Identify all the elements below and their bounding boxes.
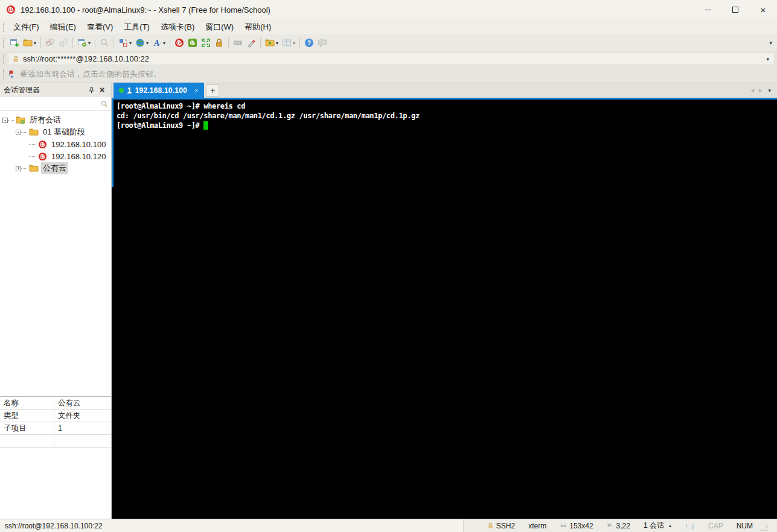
- font-button[interactable]: A ▾: [150, 36, 167, 50]
- xshell-session-icon: [38, 152, 47, 161]
- tile-windows-icon: [282, 38, 292, 48]
- scroll-down-button[interactable]: ↓: [691, 521, 695, 530]
- scroll-up-button[interactable]: ↑: [685, 521, 689, 530]
- globe-icon: [135, 38, 145, 48]
- new-session-button[interactable]: [8, 36, 21, 50]
- help-button[interactable]: ?: [302, 36, 316, 50]
- lock-screen-button[interactable]: [213, 36, 226, 50]
- close-panel-button[interactable]: ×: [97, 84, 107, 95]
- addressbar-grip[interactable]: [3, 54, 5, 64]
- toolbar-separator: [228, 37, 229, 48]
- expand-icon[interactable]: +: [16, 166, 21, 171]
- help-icon: ?: [304, 38, 314, 48]
- terminal[interactable]: [root@AlmaLinux9 ~]# whereis cd cd: /usr…: [112, 100, 777, 519]
- tab-session-192-168-10-100[interactable]: 1 192.168.10.100 ×: [114, 83, 204, 98]
- terminal-prompt: [root@AlmaLinux9 ~]#: [117, 121, 203, 130]
- open-session-button[interactable]: ▾: [21, 36, 38, 50]
- collapse-icon[interactable]: -: [2, 118, 8, 123]
- xftp-button[interactable]: [186, 36, 199, 50]
- property-value: 公有云: [54, 398, 81, 408]
- terminal-line: cd: /usr/bin/cd /usr/share/man/man1/cd.1…: [117, 111, 777, 121]
- xshell-session-icon: [38, 140, 47, 149]
- lock-icon: [214, 38, 224, 48]
- tree-item-folder-01[interactable]: - 01 基础阶段: [0, 126, 111, 138]
- menu-bar: 文件(F) 编辑(E) 查看(V) 工具(T) 选项卡(B) 窗口(W) 帮助(…: [0, 19, 777, 34]
- chevron-down-icon: ▾: [146, 40, 149, 46]
- disconnect-button[interactable]: [43, 36, 57, 50]
- fullscreen-button[interactable]: [199, 36, 213, 50]
- svg-text:A: A: [153, 39, 159, 48]
- toolbar: ▾ ▾ ▾ ▾ A ▾: [0, 34, 777, 51]
- find-button[interactable]: [98, 36, 111, 50]
- feedback-icon: [318, 38, 327, 48]
- menu-view[interactable]: 查看(V): [82, 19, 118, 34]
- property-row-name: 名称 公有云: [0, 397, 111, 410]
- address-url[interactable]: ssh://root:******@192.168.10.100:22: [23, 54, 766, 63]
- tab-scroll-right-button[interactable]: ▸: [756, 86, 765, 94]
- collapse-icon[interactable]: -: [16, 130, 21, 135]
- property-key: 子项目: [0, 422, 54, 434]
- tree-item-all-sessions[interactable]: - 所有会话: [0, 114, 111, 126]
- resize-grip[interactable]: [761, 525, 767, 531]
- property-row-type: 类型 文件夹: [0, 410, 111, 422]
- new-tab-button[interactable]: +: [206, 84, 219, 97]
- toolbar-separator: [95, 37, 95, 48]
- xshell-window: 192.168.10.100 - root@AlmaLinux9:~ - Xsh…: [0, 0, 777, 532]
- properties-table: 名称 公有云 类型 文件夹 子项目 1: [0, 396, 111, 448]
- session-manager-title: 会话管理器: [4, 85, 86, 95]
- tree-item-folder-public-cloud[interactable]: + 公有云: [0, 162, 111, 174]
- menu-tools[interactable]: 工具(T): [118, 19, 155, 34]
- pin-panel-button[interactable]: [86, 84, 97, 95]
- session-properties-button[interactable]: ▾: [75, 36, 92, 50]
- screen-size-label: 153x42: [569, 522, 593, 530]
- address-bar: ssh://root:******@192.168.10.100:22 ▾: [0, 51, 777, 66]
- infobar-grip[interactable]: [3, 69, 5, 79]
- highlight-button[interactable]: [245, 36, 258, 50]
- tab-label: 192.168.10.100: [135, 86, 187, 95]
- maximize-button[interactable]: [721, 0, 749, 19]
- feedback-button[interactable]: [316, 36, 329, 50]
- tab-list-dropdown-button[interactable]: ▾: [764, 87, 777, 93]
- menubar-grip[interactable]: [3, 22, 5, 32]
- close-button[interactable]: ×: [749, 0, 777, 19]
- menu-window[interactable]: 窗口(W): [200, 19, 239, 34]
- session-search-box[interactable]: [0, 97, 111, 111]
- menu-help[interactable]: 帮助(H): [239, 19, 277, 34]
- connected-status-icon: [119, 88, 124, 93]
- toolbar-grip[interactable]: [3, 38, 5, 48]
- toolbar-overflow-button[interactable]: ▾: [764, 40, 777, 46]
- web-browser-button[interactable]: ▾: [133, 36, 150, 50]
- title-bar: 192.168.10.100 - root@AlmaLinux9:~ - Xsh…: [0, 0, 777, 19]
- toolbar-separator: [72, 37, 73, 48]
- virtual-keyboard-button[interactable]: [231, 36, 245, 50]
- tree-item-session-120[interactable]: 192.168.10.120: [0, 150, 111, 162]
- new-folder-button[interactable]: ▾: [263, 36, 280, 50]
- search-icon: [100, 38, 109, 48]
- property-key: [0, 435, 54, 447]
- menu-tabs[interactable]: 选项卡(B): [155, 19, 200, 34]
- tab-scroll-left-button[interactable]: ◂: [748, 86, 756, 94]
- tree-item-session-100[interactable]: 192.168.10.100: [0, 138, 111, 150]
- property-value: 1: [54, 424, 62, 432]
- reconnect-button[interactable]: [57, 36, 70, 50]
- compose-pane-button[interactable]: ▾: [117, 36, 133, 50]
- chevron-down-icon: ▾: [88, 40, 91, 46]
- folder-icon: [29, 163, 39, 173]
- tile-windows-button[interactable]: ▾: [280, 36, 297, 50]
- session-count-button[interactable]: 1 会话 ▴: [644, 521, 671, 531]
- tree-item-label: 公有云: [41, 162, 68, 174]
- toolbar-separator: [40, 37, 41, 48]
- folder-icon: [29, 127, 39, 137]
- tab-close-icon[interactable]: ×: [194, 87, 198, 94]
- menu-edit[interactable]: 编辑(E): [45, 19, 82, 34]
- address-dropdown-button[interactable]: ▾: [766, 56, 769, 62]
- caps-lock-indicator: CAP: [708, 522, 723, 530]
- address-field[interactable]: ssh://root:******@192.168.10.100:22 ▾: [8, 52, 775, 65]
- screen-size-indicator: 153x42: [560, 522, 593, 530]
- xshell-button[interactable]: [173, 36, 186, 50]
- minimize-button[interactable]: [694, 0, 721, 19]
- session-manager-header: 会话管理器 ×: [0, 83, 111, 97]
- main-area: 会话管理器 × - 所有会话: [0, 83, 777, 519]
- menu-file[interactable]: 文件(F): [8, 19, 45, 34]
- minimize-icon: [705, 10, 711, 10]
